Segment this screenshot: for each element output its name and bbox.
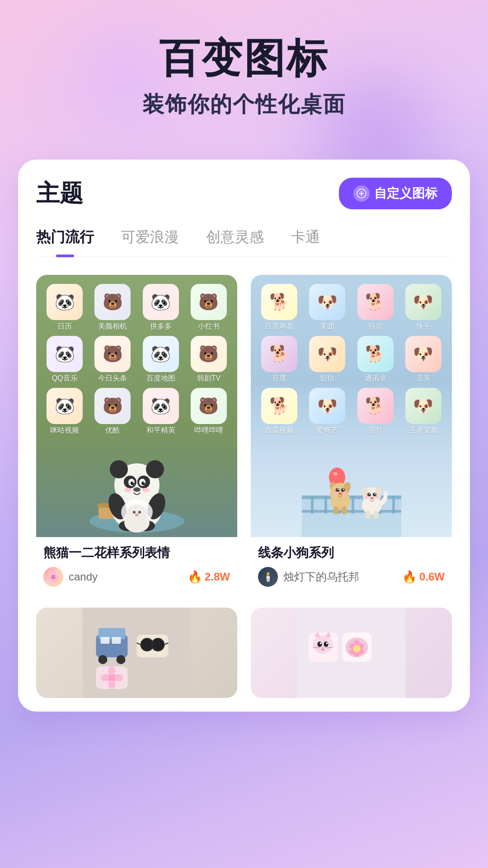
dog-app-icon-xigua: 🐕 <box>261 388 297 424</box>
panda-app-icon-toutiao: 🐻 <box>94 336 131 372</box>
app-label: 照片 <box>368 426 383 435</box>
list-item: 🐻 小红书 <box>187 284 230 331</box>
flame-icon: 🔥 <box>402 570 417 584</box>
list-item: 🐶 京东 <box>402 336 445 383</box>
app-label: 拼多多 <box>150 322 172 331</box>
svg-point-43 <box>333 472 338 476</box>
dog-app-icon-baidu: 🐕 <box>261 284 297 320</box>
svg-point-98 <box>320 642 322 644</box>
svg-point-27 <box>138 511 141 514</box>
panda-app-icon-camera: 🐻 <box>94 284 131 320</box>
app-label: 抖音 <box>368 322 383 331</box>
panda-app-icon-bili: 🐻 <box>191 388 227 424</box>
bottom-card-right[interactable] <box>251 608 452 698</box>
panda-app-icon-peaceelite: 🐼 <box>143 388 179 424</box>
svg-point-65 <box>370 497 374 500</box>
panda-character <box>36 429 237 537</box>
svg-point-16 <box>133 487 141 492</box>
svg-point-26 <box>133 511 136 514</box>
list-item: 🐼 QQ音乐 <box>43 336 86 383</box>
panda-app-icons: 🐼 日历 🐻 美颜相机 🐼 拼多多 🐻 小红书 <box>43 284 230 435</box>
dog-app-icon-kuaishou: 🐶 <box>405 284 441 320</box>
dog-app-icon-douyin: 🐕 <box>357 284 394 320</box>
svg-rect-75 <box>101 637 110 644</box>
list-item: 🐶 快手 <box>402 284 445 331</box>
svg-point-96 <box>318 642 322 647</box>
dog-hot-count: 0.6W <box>419 571 445 583</box>
panda-author-name: candy <box>69 571 182 583</box>
svg-point-111 <box>353 645 361 652</box>
svg-point-86 <box>108 680 116 689</box>
dog-author-avatar: 🕯️ <box>258 567 278 587</box>
dog-app-icon-sms: 🐶 <box>309 336 345 372</box>
page-main-title: 百变图标 <box>27 36 461 81</box>
svg-point-88 <box>114 674 123 681</box>
svg-point-28 <box>135 514 139 516</box>
app-label: 短信 <box>320 374 334 383</box>
svg-point-91 <box>313 636 333 654</box>
list-item: 🐕 抖音 <box>354 284 397 331</box>
svg-point-85 <box>108 666 116 675</box>
list-item: 🐶 爱奇艺 <box>305 388 349 435</box>
panda-app-icon-qq: 🐼 <box>47 336 83 372</box>
svg-point-51 <box>343 489 344 490</box>
svg-rect-40 <box>392 495 395 514</box>
svg-point-63 <box>369 493 370 495</box>
tab-creative[interactable]: 创意灵感 <box>206 227 264 256</box>
bottom-card-left[interactable] <box>36 608 237 698</box>
panda-theme-meta: 🌸 candy 🔥 2.8W <box>43 567 230 587</box>
dog-app-icon-jd: 🐶 <box>405 336 441 372</box>
tab-cute[interactable]: 可爱浪漫 <box>121 227 179 256</box>
dog-theme-image: 🐕 百度网盘 🐶 美团 🐕 抖音 🐶 快手 <box>251 275 452 537</box>
panda-app-icon-youku: 🐻 <box>94 388 131 424</box>
list-item: 🐼 百度地图 <box>139 336 183 383</box>
dog-hot-badge: 🔥 0.6W <box>402 570 445 584</box>
tab-hot[interactable]: 热门流行 <box>36 227 94 256</box>
svg-point-68 <box>364 495 370 499</box>
list-item: 🐕 西瓜视频 <box>258 388 301 435</box>
svg-point-52 <box>338 492 342 495</box>
app-label: 小红书 <box>198 322 220 331</box>
avatar-icon: 🕯️ <box>258 567 278 587</box>
svg-point-15 <box>143 482 145 483</box>
bottom-right-preview <box>251 608 452 698</box>
main-card: 主题 自定义图标 热门流行 可爱浪漫 创意灵感 卡通 🐼 <box>18 160 470 712</box>
panda-app-icon-migu: 🐼 <box>47 388 83 424</box>
svg-point-100 <box>322 647 324 649</box>
svg-rect-76 <box>112 637 121 644</box>
app-label: 日历 <box>57 322 72 331</box>
list-item: 🐼 日历 <box>43 284 86 331</box>
list-item: 🐶 王者荣耀 <box>402 388 445 435</box>
tab-cartoon[interactable]: 卡通 <box>291 227 320 256</box>
svg-point-6 <box>110 460 128 478</box>
svg-point-30 <box>142 488 150 492</box>
app-label: 百度网盘 <box>265 322 294 331</box>
svg-rect-54 <box>342 506 347 514</box>
app-label: 王者荣耀 <box>409 426 438 435</box>
list-item: 🐕 百度 <box>258 336 301 383</box>
list-item: 🐕 照片 <box>354 388 397 435</box>
svg-rect-67 <box>373 511 379 519</box>
svg-point-99 <box>326 642 328 644</box>
panda-app-icon-pdd: 🐼 <box>143 284 179 320</box>
card-title: 主题 <box>36 178 83 209</box>
custom-icon-button[interactable]: 自定义图标 <box>339 178 452 209</box>
list-item: 🐕 通讯录 <box>354 336 397 383</box>
svg-point-29 <box>124 488 131 492</box>
theme-card-dog[interactable]: 🐕 百度网盘 🐶 美团 🐕 抖音 🐶 快手 <box>251 275 452 594</box>
list-item: 🐻 美颜相机 <box>91 284 134 331</box>
bottom-preview-cards <box>36 608 452 712</box>
theme-card-panda[interactable]: 🐼 日历 🐻 美颜相机 🐼 拼多多 🐻 小红书 <box>36 275 237 594</box>
svg-point-87 <box>101 674 110 681</box>
list-item: 🐶 美团 <box>305 284 349 331</box>
panda-theme-name: 熊猫一二花样系列表情 <box>43 544 230 561</box>
svg-rect-34 <box>311 495 314 514</box>
svg-point-14 <box>132 482 134 483</box>
app-label: QQ音乐 <box>52 374 78 383</box>
themes-grid: 🐼 日历 🐻 美颜相机 🐼 拼多多 🐻 小红书 <box>36 275 452 608</box>
app-label: 美团 <box>320 322 334 331</box>
dog-app-icons: 🐕 百度网盘 🐶 美团 🐕 抖音 🐶 快手 <box>258 284 445 435</box>
app-label: 今日头条 <box>98 374 127 383</box>
app-label: 快手 <box>416 322 431 331</box>
svg-point-50 <box>337 489 338 490</box>
